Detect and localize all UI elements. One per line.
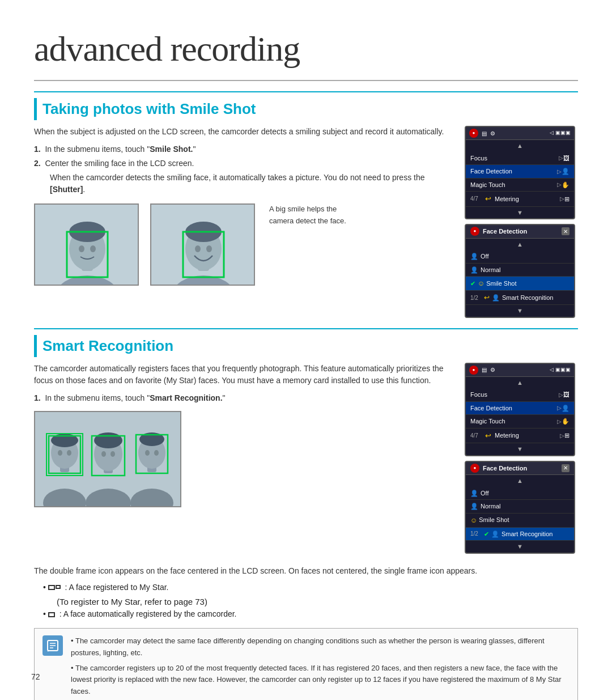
svg-point-6 bbox=[90, 245, 96, 252]
cam-row-facedet-2[interactable]: Face Detection ▷ 👤 bbox=[466, 402, 574, 415]
fd-rec-icon-2: ● bbox=[470, 464, 479, 473]
fd-row-smileshot-1[interactable]: ✔ ☺ Smile Shot bbox=[466, 277, 574, 291]
svg-point-13 bbox=[195, 245, 201, 252]
section2-title: Smart Recognition bbox=[34, 335, 578, 357]
cam-row-focus-1: Focus ▷ 🖼 bbox=[466, 152, 574, 166]
cam-menu-panel-1: ● ▤ ⚙ ◁▣▣▣ ▲ Focus ▷ 🖼 Face Detection ▷ … bbox=[465, 126, 575, 219]
photo-caption: A big smile helps the camera detect the … bbox=[266, 203, 360, 227]
svg-point-22 bbox=[67, 450, 71, 456]
fd-title-2: Face Detection bbox=[483, 464, 558, 473]
bullet-single-rect: : A face automatically registered by the… bbox=[43, 608, 578, 620]
smart-photo bbox=[34, 411, 181, 507]
svg-point-14 bbox=[206, 245, 212, 252]
cam-row-focus-2: Focus ▷ 🖼 bbox=[466, 388, 574, 402]
step1-bold: Smile Shot. bbox=[150, 145, 193, 154]
fd-panel-1: ● Face Detection ✕ ▲ 👤 Off 👤 Normal ✔ ☺ … bbox=[465, 224, 575, 318]
cam-row-num-2: 4/7 ↩ Metering ▷ ⊞ bbox=[466, 429, 574, 444]
smart-step1: 1. In the submenu items, touch "Smart Re… bbox=[34, 392, 453, 404]
page-number: 72 bbox=[31, 671, 40, 683]
section1-intro: When the subject is adjusted on the LCD … bbox=[34, 126, 453, 138]
svg-point-37 bbox=[154, 450, 159, 456]
fd-panel-2: ● Face Detection ✕ ▲ 👤 Off 👤 Normal ☺ Sm… bbox=[465, 461, 575, 554]
bullet-double-rect: : A face registered to My Star. bbox=[43, 582, 578, 593]
bullet-double-rect-indent: (To register to My Star, refer to page 7… bbox=[57, 596, 578, 609]
rec-icon: ● bbox=[469, 129, 478, 138]
cam-menu-panel-2: ● ▤ ⚙ ◁▣▣▣ ▲ Focus ▷ 🖼 Face Detection ▷ … bbox=[465, 363, 575, 456]
fd-row-smartrec-2[interactable]: 1/2 ✔ 👤 Smart Recognition bbox=[466, 528, 574, 541]
fd-close-2[interactable]: ✕ bbox=[562, 464, 570, 472]
fd-row-smileshot-2[interactable]: ☺ Smile Shot bbox=[466, 514, 574, 528]
photo-demo-1 bbox=[34, 203, 139, 286]
svg-point-21 bbox=[58, 450, 62, 456]
fd-rec-icon-1: ● bbox=[470, 227, 479, 236]
note-box: • The camcorder may detect the same face… bbox=[34, 628, 578, 700]
step1: 1. In the submenu items, touch "Smile Sh… bbox=[34, 143, 453, 155]
smart-step1-bold: Smart Recognition. bbox=[150, 393, 222, 402]
bottom-text: The double frame icon appears on the fac… bbox=[34, 565, 578, 577]
svg-point-5 bbox=[79, 245, 84, 252]
fd-chevron-up-1[interactable]: ▲ bbox=[466, 239, 574, 251]
fd-title-1: Face Detection bbox=[483, 227, 558, 236]
fd-chevron-down-2[interactable]: ▼ bbox=[466, 541, 574, 553]
cam-chevron-up-2[interactable]: ▲ bbox=[466, 377, 574, 389]
note-2: • The camcorder registers up to 20 of th… bbox=[71, 663, 570, 698]
cam-row-facedet-1[interactable]: Face Detection ▷ 👤 bbox=[466, 165, 574, 179]
note-content: • The camcorder may detect the same face… bbox=[71, 635, 570, 700]
section1-title: Taking photos with Smile Shot bbox=[34, 98, 578, 120]
note-icon bbox=[42, 635, 63, 656]
fd-row-off-1[interactable]: 👤 Off bbox=[466, 250, 574, 264]
rec-icon-2: ● bbox=[469, 366, 478, 375]
fd-row-off-2[interactable]: 👤 Off bbox=[466, 487, 574, 500]
svg-point-36 bbox=[145, 450, 150, 456]
note-1: • The camcorder may detect the same face… bbox=[71, 635, 570, 659]
step2: 2. Center the smiling face in the LCD sc… bbox=[34, 158, 453, 169]
fd-chevron-up-2[interactable]: ▲ bbox=[466, 475, 574, 487]
svg-point-28 bbox=[94, 432, 122, 448]
section2-intro: The camcorder automatically registers fa… bbox=[34, 363, 453, 387]
cam-chevron-up-1[interactable]: ▲ bbox=[466, 140, 574, 152]
photo-demo-2 bbox=[150, 203, 255, 286]
fd-row-normal-1[interactable]: 👤 Normal bbox=[466, 264, 574, 277]
cam-row-magic-2: Magic Touch ▷ ✋ bbox=[466, 415, 574, 429]
fd-row-normal-2[interactable]: 👤 Normal bbox=[466, 500, 574, 514]
svg-point-29 bbox=[101, 451, 106, 457]
step2-bullet: When the camcorder detects the smiling f… bbox=[50, 172, 453, 196]
cam-row-magic-1: Magic Touch ▷ ✋ bbox=[466, 179, 574, 192]
page-title: advanced recording bbox=[34, 23, 578, 81]
svg-point-30 bbox=[110, 451, 115, 457]
fd-close-1[interactable]: ✕ bbox=[562, 227, 570, 235]
cam-chevron-down-2[interactable]: ▼ bbox=[466, 443, 574, 455]
fd-row-num-1: 1/2 ↩ 👤 Smart Recognition bbox=[466, 291, 574, 305]
fd-chevron-down-1[interactable]: ▼ bbox=[466, 305, 574, 317]
cam-chevron-down-1[interactable]: ▼ bbox=[466, 207, 574, 219]
cam-row-num-1: 4/7 ↩ Metering ▷ ⊞ bbox=[466, 192, 574, 207]
